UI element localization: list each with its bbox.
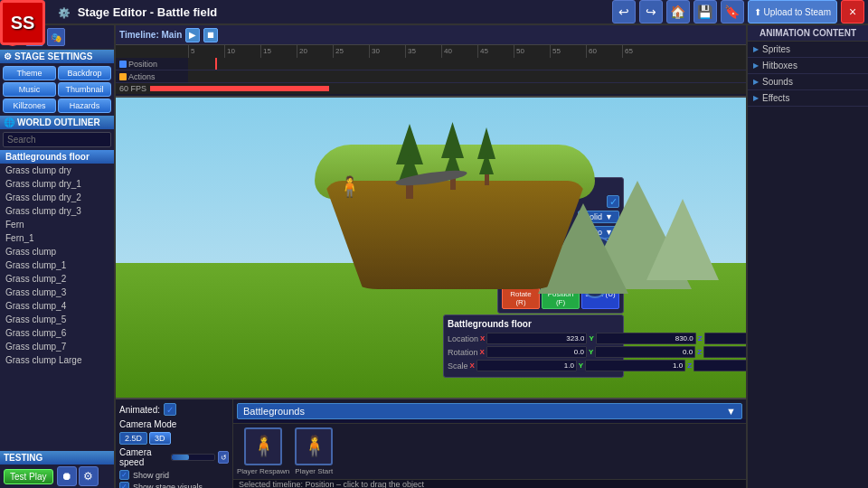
animation-content-title: ANIMATION CONTENT [748,25,868,42]
tick: 45 [477,45,514,58]
animated-checkbox[interactable]: ✓ [164,403,176,416]
outliner-item[interactable]: Grass clump [0,245,114,258]
map-selector[interactable]: Battlegrounds ▼ [237,403,742,419]
bottom-controls: Animated: ✓ Camera Mode 2.5D 3D Camera s… [116,398,746,488]
camera-3d-button[interactable]: 3D [149,432,171,445]
rotation-x-input[interactable] [486,346,587,358]
music-button[interactable]: Music [3,82,56,97]
scale-z-input[interactable] [693,360,746,371]
testing-section: TESTING Test Play ⏺ ⚙ [0,451,114,488]
scale-x-input[interactable] [476,360,577,371]
share-button[interactable]: 🔖 [721,0,744,23]
world-outliner-title: 🌐 WORLD OUTLINER [0,116,114,129]
outliner-list: Battlegrounds floor Grass clump dry Gras… [0,150,114,451]
effects-category[interactable]: ▶ Effects [748,90,868,107]
track-label: Position [116,60,188,69]
z-label: Z [698,334,703,343]
rotation-label: Rotation [448,348,478,357]
left-sidebar: ⚡ ⚙ 🎭 ⚙ STAGE SETTINGS Theme Backdrop Mu… [0,25,116,488]
outliner-item[interactable]: Grass clump dry_3 [0,204,114,218]
timeline-ruler: 5 10 15 20 25 30 35 40 45 50 55 60 65 [116,45,746,58]
show-stage-visuals-checkbox[interactable]: ✓ [119,482,129,488]
tick: 15 [260,45,297,58]
test-settings-button[interactable]: ⚙ [79,466,99,486]
rotation-z-input[interactable] [703,346,746,358]
backdrop-button[interactable]: Backdrop [58,66,111,80]
track-content[interactable] [188,70,746,82]
outliner-item[interactable]: Grass clump Large [0,353,114,367]
sprites-category[interactable]: ▶ Sprites [748,42,868,58]
outliner-item[interactable]: Fern [0,218,114,231]
outliner-item[interactable]: Grass clump dry_1 [0,177,114,191]
player-start-icon[interactable]: 🧍 [295,427,333,465]
scale-y-input[interactable] [585,360,685,371]
home-button[interactable]: 🏠 [666,0,690,23]
rotation-y-input[interactable] [595,346,695,358]
location-x-input[interactable] [486,333,587,344]
outliner-item[interactable]: Grass clump_7 [0,340,114,353]
track-content[interactable] [188,58,746,70]
undo-button[interactable]: ↩ [612,0,636,23]
upload-button[interactable]: ⬆ Upload to Steam [748,0,838,23]
upload-icon: ⬆ [754,7,761,17]
outliner-item[interactable]: Battlegrounds floor [0,150,114,164]
map-arrow-icon: ▼ [726,406,736,417]
timeline-label: Timeline: Main [119,30,182,40]
tick: 35 [405,45,441,58]
hitboxes-category[interactable]: ▶ Hitboxes [748,58,868,74]
sounds-category[interactable]: ▶ Sounds [748,74,868,90]
y-label: Y [589,348,593,356]
location-y-input[interactable] [596,333,696,344]
theme-button[interactable]: Theme [3,66,56,80]
test-play-button[interactable]: Test Play [4,469,53,484]
save-button[interactable]: 💾 [693,0,717,23]
timeline-play-button[interactable]: ▶ [185,28,200,42]
timeline-track-position[interactable]: Position [116,58,746,70]
player-respawn-icon[interactable]: 🧍 [244,427,282,465]
outliner-item[interactable]: Grass clump_4 [0,299,114,313]
timeline-track-actions[interactable]: Actions [116,70,746,83]
show-grid-checkbox[interactable]: ✓ [119,470,129,480]
close-button[interactable]: × [841,0,864,23]
hitboxes-arrow-icon: ▶ [753,61,759,70]
speed-reset-button[interactable]: ↺ [218,451,229,464]
test-record-button[interactable]: ⏺ [57,466,77,486]
outliner-item[interactable]: Grass clump_6 [0,326,114,340]
logo-badge: SS [0,0,45,45]
animated-row: Animated: ✓ [119,403,229,416]
rotation-row: Rotation X Y Z [448,346,619,358]
outliner-item[interactable]: Grass clump_1 [0,258,114,272]
hazards-button[interactable]: Hazards [58,99,111,113]
fps-label: 60 FPS [119,84,146,93]
outliner-item[interactable]: Grass clump_5 [0,313,114,326]
camera-25d-button[interactable]: 2.5D [119,432,147,445]
status-bar: Selected timeline: Position – click to d… [233,479,746,488]
location-z-input[interactable] [704,333,746,344]
spawn-item: 🧍 Player Respawn [237,427,289,475]
outliner-item[interactable]: Fern_1 [0,231,114,245]
outliner-item[interactable]: Grass clump_2 [0,272,114,286]
effects-arrow-icon: ▶ [753,94,759,102]
show-grid-label: Show grid [133,471,169,480]
world-icon: 🌐 [4,117,14,127]
viewport[interactable]: 🧍 📦 Collisions Floor Enabled: ✓ Type: [116,98,746,398]
outliner-item[interactable]: Grass clump dry [0,164,114,177]
search-input[interactable] [3,132,111,147]
killzones-button[interactable]: Killzones [3,99,56,113]
island-body [324,181,586,289]
camera-speed-slider[interactable] [171,454,215,461]
outliner-item[interactable]: Grass clump_3 [0,286,114,299]
tick: 25 [333,45,369,58]
testing-title: TESTING [0,451,114,465]
location-label: Location [448,334,478,343]
timeline-stop-button[interactable]: ⏹ [203,28,218,42]
rotate-button[interactable]: Rotate (R) [502,287,540,309]
character: 🧍 [337,175,362,199]
redo-button[interactable]: ↪ [639,0,663,23]
nav-icon2[interactable]: 🎭 [47,28,65,46]
sounds-arrow-icon: ▶ [753,78,759,86]
player-respawn-label: Player Respawn [237,467,289,475]
outliner-item[interactable]: Grass clump dry_2 [0,191,114,204]
thumbnail-button[interactable]: Thumbnail [58,82,111,97]
title-text: Stage Editor - Battle field [78,5,218,19]
